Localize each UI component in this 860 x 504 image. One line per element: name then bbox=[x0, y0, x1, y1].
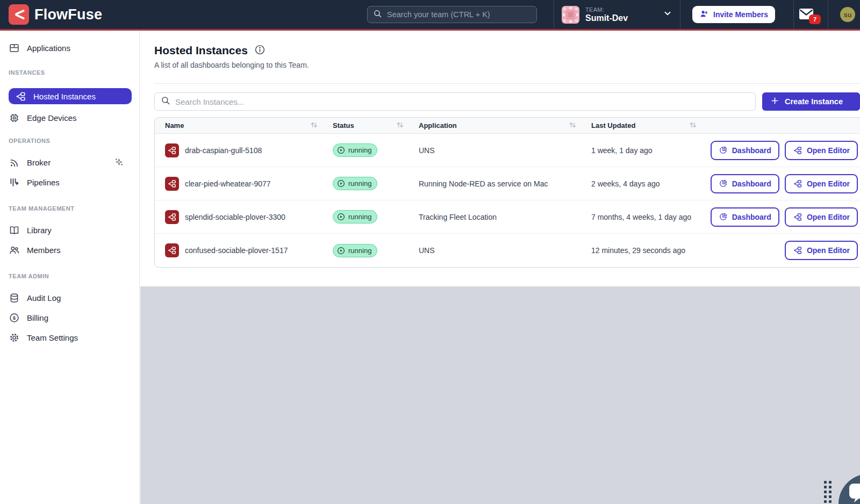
instance-name: clear-pied-wheatear-9077 bbox=[185, 179, 271, 188]
play-circle-icon bbox=[337, 146, 345, 154]
pipelines-icon bbox=[9, 177, 20, 188]
status-badge: running bbox=[333, 143, 377, 157]
create-instance-label: Create Instance bbox=[785, 97, 843, 106]
sidebar-item-label: Library bbox=[27, 226, 52, 235]
create-instance-button[interactable]: Create Instance bbox=[762, 92, 860, 111]
instance-name: splendid-sociable-plover-3300 bbox=[185, 213, 285, 221]
page-title: Hosted Instances bbox=[154, 44, 248, 57]
sidebar-item-applications[interactable]: Applications bbox=[0, 38, 139, 58]
sidebar-section-instances: INSTANCES bbox=[0, 69, 139, 76]
status-badge: running bbox=[333, 244, 377, 257]
sidebar-item-label: Pipelines bbox=[27, 178, 60, 187]
sort-icon bbox=[396, 121, 404, 130]
applications-icon bbox=[9, 42, 20, 54]
instance-last-updated: 2 weeks, 4 days ago bbox=[591, 179, 704, 188]
hosted-instances-panel: Hosted Instances A list of all dashboard… bbox=[140, 31, 860, 286]
nav-divider bbox=[828, 0, 828, 29]
instances-table: Name Status Application Last Updated bbox=[154, 117, 860, 268]
open-editor-button[interactable]: Open Editor bbox=[785, 207, 858, 227]
sidebar: Applications INSTANCES Hosted Instances … bbox=[0, 31, 140, 504]
top-navbar: FlowFuse TEAM: Sumit-Dev Invite Members … bbox=[0, 0, 860, 31]
main-content: Hosted Instances A list of all dashboard… bbox=[140, 31, 860, 504]
gear-icon bbox=[9, 332, 20, 343]
info-icon[interactable] bbox=[254, 44, 266, 57]
sort-icon bbox=[310, 121, 318, 130]
column-header-last-updated[interactable]: Last Updated bbox=[591, 121, 704, 130]
svg-text:$: $ bbox=[13, 315, 16, 321]
divider bbox=[154, 83, 860, 84]
sparkles-icon bbox=[114, 157, 124, 169]
sidebar-item-audit-log[interactable]: Audit Log bbox=[0, 288, 139, 308]
sidebar-item-pipelines[interactable]: Pipelines bbox=[0, 172, 139, 192]
users-icon bbox=[9, 244, 20, 256]
instance-application: UNS bbox=[419, 146, 591, 155]
table-row[interactable]: clear-pied-wheatear-9077 running Running… bbox=[155, 167, 860, 200]
node-red-instance-icon bbox=[165, 177, 179, 191]
database-icon bbox=[9, 292, 20, 304]
pie-chart-icon bbox=[719, 179, 728, 188]
table-header-row: Name Status Application Last Updated bbox=[155, 118, 860, 134]
sort-icon bbox=[569, 121, 576, 130]
table-row[interactable]: splendid-sociable-plover-3300 running Tr… bbox=[155, 200, 860, 234]
open-editor-button[interactable]: Open Editor bbox=[785, 141, 858, 160]
book-icon bbox=[9, 225, 20, 236]
pie-chart-icon bbox=[719, 212, 728, 221]
sidebar-section-team-management: TEAM MANAGEMENT bbox=[0, 205, 139, 212]
chip-icon bbox=[9, 112, 20, 124]
team-label: TEAM: bbox=[585, 6, 628, 13]
instance-last-updated: 12 minutes, 29 seconds ago bbox=[591, 246, 704, 255]
invite-members-label: Invite Members bbox=[713, 10, 768, 19]
instance-name: drab-caspian-gull-5108 bbox=[185, 146, 262, 155]
nav-divider bbox=[680, 0, 680, 29]
team-name: Sumit-Dev bbox=[585, 13, 628, 23]
instance-search[interactable] bbox=[154, 92, 756, 111]
sort-icon bbox=[689, 121, 697, 130]
sidebar-item-team-settings[interactable]: Team Settings bbox=[0, 328, 139, 348]
column-header-name[interactable]: Name bbox=[155, 121, 333, 130]
instance-search-input[interactable] bbox=[175, 97, 749, 106]
play-circle-icon bbox=[337, 247, 345, 255]
flowfuse-logo-icon bbox=[9, 4, 29, 25]
instance-application: Running Node-RED as service on Mac bbox=[419, 179, 591, 188]
dashboard-button[interactable]: Dashboard bbox=[711, 141, 779, 160]
sidebar-item-label: Audit Log bbox=[27, 293, 61, 303]
sidebar-item-label: Team Settings bbox=[27, 333, 78, 342]
node-red-icon bbox=[793, 179, 802, 189]
table-row[interactable]: confused-sociable-plover-1517 running UN… bbox=[155, 234, 860, 267]
node-red-instance-icon bbox=[165, 210, 179, 224]
broker-icon bbox=[9, 157, 20, 168]
instance-name: confused-sociable-plover-1517 bbox=[185, 246, 288, 255]
sidebar-item-edge-devices[interactable]: Edge Devices bbox=[0, 108, 139, 128]
user-plus-icon bbox=[699, 9, 709, 20]
node-red-icon bbox=[793, 146, 802, 155]
sidebar-item-library[interactable]: Library bbox=[0, 220, 139, 240]
invite-members-button[interactable]: Invite Members bbox=[692, 6, 775, 23]
status-badge: running bbox=[333, 177, 377, 190]
play-circle-icon bbox=[337, 179, 345, 188]
table-row[interactable]: drab-caspian-gull-5108 running UNS 1 wee… bbox=[155, 134, 860, 167]
sidebar-item-broker[interactable]: Broker bbox=[0, 153, 139, 172]
sidebar-item-members[interactable]: Members bbox=[0, 240, 139, 260]
node-red-icon bbox=[15, 91, 26, 102]
brand[interactable]: FlowFuse bbox=[9, 4, 102, 25]
search-icon bbox=[373, 9, 382, 20]
dashboard-button[interactable]: Dashboard bbox=[711, 207, 779, 227]
team-search-input[interactable] bbox=[387, 10, 531, 19]
page-subtitle: A list of all dashboards belonging to th… bbox=[154, 61, 860, 70]
dashboard-button[interactable]: Dashboard bbox=[711, 174, 779, 193]
team-selector[interactable]: TEAM: Sumit-Dev bbox=[554, 0, 680, 29]
widget-drag-handle[interactable] bbox=[824, 481, 832, 503]
play-circle-icon bbox=[337, 213, 345, 221]
sidebar-item-billing[interactable]: $ Billing bbox=[0, 308, 139, 328]
user-avatar[interactable]: su bbox=[840, 7, 855, 22]
sidebar-item-label: Broker bbox=[27, 158, 51, 167]
open-editor-button[interactable]: Open Editor bbox=[785, 241, 858, 260]
open-editor-button[interactable]: Open Editor bbox=[785, 174, 858, 193]
dollar-circle-icon: $ bbox=[9, 312, 20, 323]
instance-last-updated: 1 week, 1 day ago bbox=[591, 146, 704, 155]
column-header-status[interactable]: Status bbox=[333, 121, 419, 130]
team-search[interactable] bbox=[367, 6, 537, 23]
sidebar-item-hosted-instances[interactable]: Hosted Instances bbox=[9, 88, 132, 104]
column-header-application[interactable]: Application bbox=[419, 121, 591, 130]
instance-last-updated: 7 months, 4 weeks, 1 day ago bbox=[591, 213, 704, 221]
